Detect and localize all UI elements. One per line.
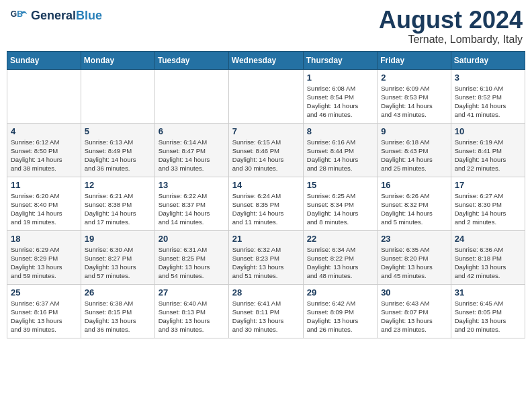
day-number: 31 — [455, 287, 521, 298]
table-row: 17Sunrise: 6:27 AMSunset: 8:30 PMDayligh… — [451, 177, 525, 230]
day-number: 30 — [381, 287, 447, 298]
table-row: 30Sunrise: 6:43 AMSunset: 8:07 PMDayligh… — [378, 284, 451, 338]
table-row: 24Sunrise: 6:36 AMSunset: 8:18 PMDayligh… — [451, 230, 525, 284]
day-info: Sunrise: 6:21 AMSunset: 8:38 PMDaylight:… — [85, 191, 151, 227]
day-number: 4 — [11, 126, 77, 136]
day-info: Sunrise: 6:09 AMSunset: 8:53 PMDaylight:… — [381, 84, 447, 120]
day-number: 5 — [85, 126, 151, 136]
day-info: Sunrise: 6:36 AMSunset: 8:18 PMDaylight:… — [455, 245, 521, 281]
day-info: Sunrise: 6:32 AMSunset: 8:23 PMDaylight:… — [232, 245, 300, 281]
day-info: Sunrise: 6:45 AMSunset: 8:05 PMDaylight:… — [455, 299, 521, 334]
day-number: 18 — [11, 234, 77, 244]
table-row: 3Sunrise: 6:10 AMSunset: 8:52 PMDaylight… — [451, 69, 525, 123]
day-number: 10 — [455, 126, 521, 136]
logo-text-line1: GeneralBlue — [31, 9, 102, 23]
logo-text-line2: Blue — [76, 9, 102, 22]
day-number: 8 — [307, 126, 373, 136]
day-info: Sunrise: 6:12 AMSunset: 8:50 PMDaylight:… — [11, 138, 77, 173]
calendar-week-0: 1Sunrise: 6:08 AMSunset: 8:54 PMDaylight… — [7, 69, 525, 123]
calendar-header-row: Sunday Monday Tuesday Wednesday Thursday… — [7, 51, 525, 69]
calendar-title: August 2024 — [379, 7, 523, 34]
day-info: Sunrise: 6:22 AMSunset: 8:37 PMDaylight:… — [159, 191, 225, 227]
table-row: 26Sunrise: 6:38 AMSunset: 8:15 PMDayligh… — [81, 284, 154, 338]
day-number: 29 — [307, 287, 373, 298]
table-row: 21Sunrise: 6:32 AMSunset: 8:23 PMDayligh… — [228, 230, 303, 284]
calendar-week-4: 25Sunrise: 6:37 AMSunset: 8:16 PMDayligh… — [7, 284, 525, 338]
day-info: Sunrise: 6:27 AMSunset: 8:30 PMDaylight:… — [455, 191, 521, 227]
table-row: 22Sunrise: 6:34 AMSunset: 8:22 PMDayligh… — [303, 230, 377, 284]
day-number: 24 — [455, 234, 521, 244]
calendar-table: Sunday Monday Tuesday Wednesday Thursday… — [7, 51, 525, 338]
table-row: 7Sunrise: 6:15 AMSunset: 8:46 PMDaylight… — [228, 123, 303, 177]
day-number: 12 — [85, 180, 151, 190]
logo: G B GeneralBlue — [9, 7, 102, 26]
svg-text:G: G — [11, 9, 17, 19]
day-info: Sunrise: 6:16 AMSunset: 8:44 PMDaylight:… — [307, 138, 373, 173]
table-row: 31Sunrise: 6:45 AMSunset: 8:05 PMDayligh… — [451, 284, 525, 338]
day-info: Sunrise: 6:13 AMSunset: 8:49 PMDaylight:… — [85, 138, 151, 173]
day-number: 2 — [381, 73, 447, 83]
table-row: 13Sunrise: 6:22 AMSunset: 8:37 PMDayligh… — [154, 177, 228, 230]
day-number: 7 — [232, 126, 300, 136]
day-info: Sunrise: 6:29 AMSunset: 8:29 PMDaylight:… — [11, 245, 77, 281]
table-row: 8Sunrise: 6:16 AMSunset: 8:44 PMDaylight… — [303, 123, 377, 177]
day-number: 3 — [455, 73, 521, 83]
header-saturday: Saturday — [451, 51, 525, 69]
table-row: 14Sunrise: 6:24 AMSunset: 8:35 PMDayligh… — [228, 177, 303, 230]
day-number: 11 — [11, 180, 77, 190]
table-row: 15Sunrise: 6:25 AMSunset: 8:34 PMDayligh… — [303, 177, 377, 230]
day-info: Sunrise: 6:24 AMSunset: 8:35 PMDaylight:… — [232, 191, 300, 227]
table-row: 6Sunrise: 6:14 AMSunset: 8:47 PMDaylight… — [154, 123, 228, 177]
day-info: Sunrise: 6:14 AMSunset: 8:47 PMDaylight:… — [159, 138, 225, 173]
header-tuesday: Tuesday — [154, 51, 228, 69]
day-info: Sunrise: 6:19 AMSunset: 8:41 PMDaylight:… — [455, 138, 521, 173]
table-row: 2Sunrise: 6:09 AMSunset: 8:53 PMDaylight… — [378, 69, 451, 123]
table-row — [154, 69, 228, 123]
table-row — [7, 69, 81, 123]
day-number: 13 — [159, 180, 225, 190]
day-number: 14 — [232, 180, 300, 190]
day-number: 15 — [307, 180, 373, 190]
day-info: Sunrise: 6:10 AMSunset: 8:52 PMDaylight:… — [455, 84, 521, 120]
day-number: 17 — [455, 180, 521, 190]
day-info: Sunrise: 6:25 AMSunset: 8:34 PMDaylight:… — [307, 191, 373, 227]
day-info: Sunrise: 6:15 AMSunset: 8:46 PMDaylight:… — [232, 138, 300, 173]
calendar-week-2: 11Sunrise: 6:20 AMSunset: 8:40 PMDayligh… — [7, 177, 525, 230]
day-info: Sunrise: 6:37 AMSunset: 8:16 PMDaylight:… — [11, 299, 77, 334]
day-number: 1 — [307, 73, 373, 83]
table-row: 28Sunrise: 6:41 AMSunset: 8:11 PMDayligh… — [228, 284, 303, 338]
day-info: Sunrise: 6:20 AMSunset: 8:40 PMDaylight:… — [11, 191, 77, 227]
day-number: 16 — [381, 180, 447, 190]
header-thursday: Thursday — [303, 51, 377, 69]
day-info: Sunrise: 6:31 AMSunset: 8:25 PMDaylight:… — [159, 245, 225, 281]
calendar-week-3: 18Sunrise: 6:29 AMSunset: 8:29 PMDayligh… — [7, 230, 525, 284]
day-number: 6 — [159, 126, 225, 136]
day-info: Sunrise: 6:35 AMSunset: 8:20 PMDaylight:… — [381, 245, 447, 281]
day-number: 20 — [159, 234, 225, 244]
day-number: 23 — [381, 234, 447, 244]
day-info: Sunrise: 6:38 AMSunset: 8:15 PMDaylight:… — [85, 299, 151, 334]
day-info: Sunrise: 6:34 AMSunset: 8:22 PMDaylight:… — [307, 245, 373, 281]
day-info: Sunrise: 6:08 AMSunset: 8:54 PMDaylight:… — [307, 84, 373, 120]
day-number: 26 — [85, 287, 151, 298]
table-row: 18Sunrise: 6:29 AMSunset: 8:29 PMDayligh… — [7, 230, 81, 284]
calendar-subtitle: Ternate, Lombardy, Italy — [379, 34, 523, 46]
page-header: G B GeneralBlue August 2024 Ternate, Lom… — [7, 7, 525, 46]
table-row: 4Sunrise: 6:12 AMSunset: 8:50 PMDaylight… — [7, 123, 81, 177]
table-row: 16Sunrise: 6:26 AMSunset: 8:32 PMDayligh… — [378, 177, 451, 230]
table-row: 10Sunrise: 6:19 AMSunset: 8:41 PMDayligh… — [451, 123, 525, 177]
day-number: 22 — [307, 234, 373, 244]
table-row: 23Sunrise: 6:35 AMSunset: 8:20 PMDayligh… — [378, 230, 451, 284]
table-row: 5Sunrise: 6:13 AMSunset: 8:49 PMDaylight… — [81, 123, 154, 177]
calendar-week-1: 4Sunrise: 6:12 AMSunset: 8:50 PMDaylight… — [7, 123, 525, 177]
day-info: Sunrise: 6:42 AMSunset: 8:09 PMDaylight:… — [307, 299, 373, 334]
header-monday: Monday — [81, 51, 154, 69]
day-number: 25 — [11, 287, 77, 298]
table-row: 12Sunrise: 6:21 AMSunset: 8:38 PMDayligh… — [81, 177, 154, 230]
day-info: Sunrise: 6:30 AMSunset: 8:27 PMDaylight:… — [85, 245, 151, 281]
day-number: 21 — [232, 234, 300, 244]
table-row: 29Sunrise: 6:42 AMSunset: 8:09 PMDayligh… — [303, 284, 377, 338]
table-row: 25Sunrise: 6:37 AMSunset: 8:16 PMDayligh… — [7, 284, 81, 338]
day-info: Sunrise: 6:40 AMSunset: 8:13 PMDaylight:… — [159, 299, 225, 334]
table-row: 11Sunrise: 6:20 AMSunset: 8:40 PMDayligh… — [7, 177, 81, 230]
